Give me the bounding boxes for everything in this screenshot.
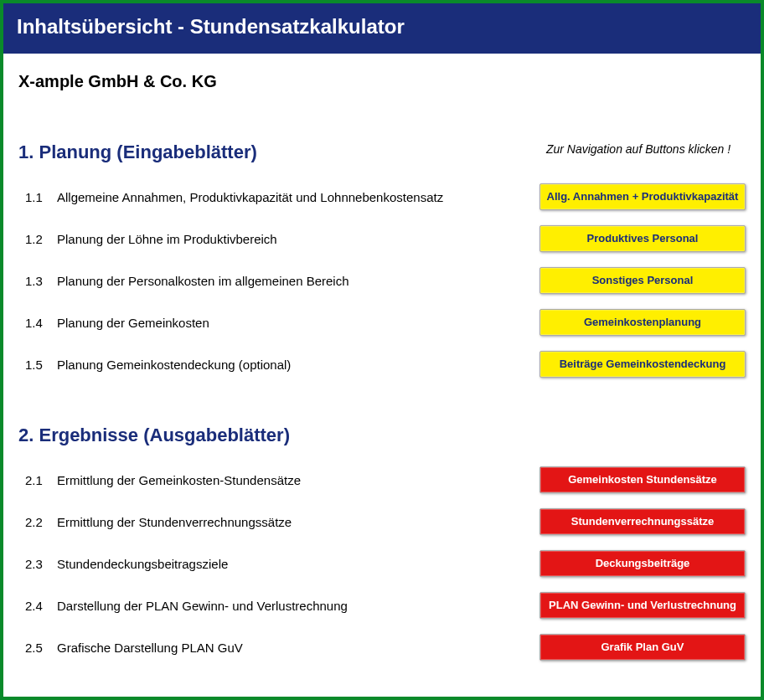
row-description: Ermittlung der Stundenverrechnungssätze (57, 515, 531, 529)
row-2-1: 2.1 Ermittlung der Gemeinkosten-Stundens… (18, 461, 746, 498)
row-description: Darstellung der PLAN Gewinn- und Verlust… (57, 599, 531, 613)
nav-button-gemeinkostenplanung[interactable]: Gemeinkostenplanung (539, 309, 746, 336)
row-2-3: 2.3 Stundendeckungsbeitragsziele Deckung… (18, 545, 746, 582)
page-title: Inhaltsübersicht - Stundensatzkalkulator (3, 3, 761, 54)
row-description: Grafische Darstellung PLAN GuV (57, 641, 531, 655)
row-description: Stundendeckungsbeitragsziele (57, 557, 531, 571)
row-number: 2.4 (18, 599, 57, 613)
page-frame: Inhaltsübersicht - Stundensatzkalkulator… (0, 0, 764, 700)
row-description: Planung der Gemeinkosten (57, 316, 531, 330)
row-description: Allgemeine Annahmen, Produktivkapazität … (57, 190, 531, 204)
nav-button-gemeinkostendeckung[interactable]: Beiträge Gemeinkostendeckung (539, 351, 746, 378)
row-number: 2.2 (18, 515, 57, 529)
row-1-3: 1.3 Planung der Personalkosten im allgem… (18, 262, 746, 299)
row-description: Planung Gemeinkostendeckung (optional) (57, 358, 531, 372)
row-2-4: 2.4 Darstellung der PLAN Gewinn- und Ver… (18, 587, 746, 624)
navigation-hint: Zur Navigation auf Buttons klicken ! (531, 142, 746, 156)
row-description: Planung der Personalkosten im allgemeine… (57, 274, 531, 288)
nav-button-sonstiges-personal[interactable]: Sonstiges Personal (539, 267, 746, 294)
row-1-1: 1.1 Allgemeine Annahmen, Produktivkapazi… (18, 178, 746, 215)
section-1-heading-row: 1. Planung (Eingabeblätter) Zur Navigati… (18, 120, 746, 178)
row-number: 1.2 (18, 232, 57, 246)
content-area: X-ample GmbH & Co. KG 1. Planung (Eingab… (3, 72, 761, 700)
row-number: 1.4 (18, 316, 57, 330)
nav-button-grafik-plan-guv[interactable]: Grafik Plan GuV (539, 634, 746, 661)
row-number: 1.5 (18, 358, 57, 372)
row-1-4: 1.4 Planung der Gemeinkosten Gemeinkoste… (18, 304, 746, 341)
section-1-heading: 1. Planung (Eingabeblätter) (18, 142, 531, 163)
row-1-5: 1.5 Planung Gemeinkostendeckung (optiona… (18, 346, 746, 383)
row-1-2: 1.2 Planung der Löhne im Produktivbereic… (18, 220, 746, 257)
row-description: Planung der Löhne im Produktivbereich (57, 232, 531, 246)
row-2-2: 2.2 Ermittlung der Stundenverrechnungssä… (18, 503, 746, 540)
row-2-5: 2.5 Grafische Darstellung PLAN GuV Grafi… (18, 629, 746, 666)
row-number: 2.5 (18, 641, 57, 655)
row-number: 1.3 (18, 274, 57, 288)
row-number: 1.1 (18, 190, 57, 204)
row-number: 2.3 (18, 557, 57, 571)
nav-button-plan-guv[interactable]: PLAN Gewinn- und Verlustrechnung (539, 592, 746, 619)
nav-button-gemeinkosten-stundensaetze[interactable]: Gemeinkosten Stundensätze (539, 466, 746, 493)
nav-button-stundenverrechnungssaetze[interactable]: Stundenverrechnungssätze (539, 508, 746, 535)
section-2-heading: 2. Ergebnisse (Ausgabeblätter) (18, 425, 746, 446)
row-description: Ermittlung der Gemeinkosten-Stundensätze (57, 473, 531, 487)
nav-button-produktives-personal[interactable]: Produktives Personal (539, 225, 746, 252)
row-number: 2.1 (18, 473, 57, 487)
nav-button-annahmen[interactable]: Allg. Annahmen + Produktivkapazität (539, 183, 746, 210)
company-name: X-ample GmbH & Co. KG (18, 72, 746, 91)
nav-button-deckungsbeitraege[interactable]: Deckungsbeiträge (539, 550, 746, 577)
